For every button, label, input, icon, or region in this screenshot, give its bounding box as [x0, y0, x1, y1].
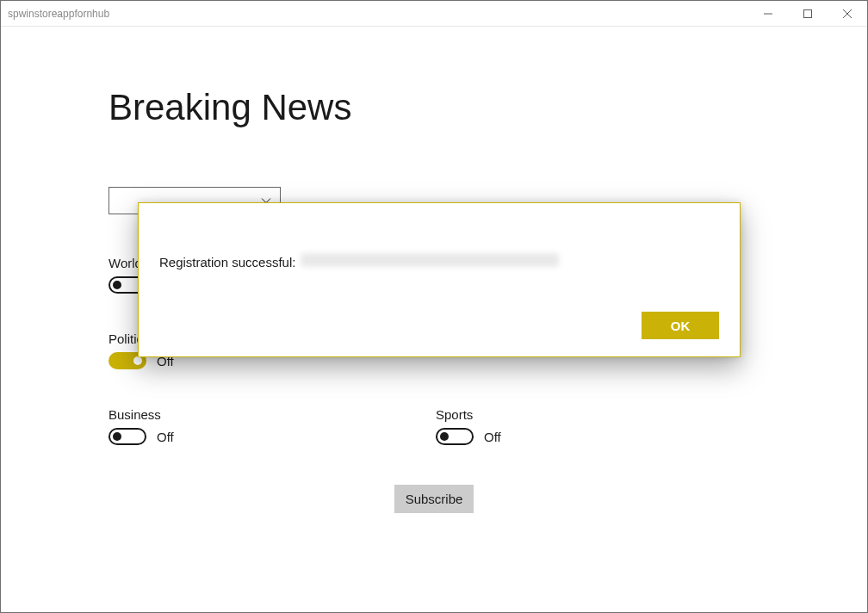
- page-title: Breaking News: [108, 87, 760, 128]
- dialog-redacted-value: [301, 253, 559, 267]
- svg-rect-1: [804, 9, 812, 17]
- registration-dialog: Registration successful: OK: [138, 202, 741, 357]
- toggle-label: Sports: [436, 407, 760, 422]
- dialog-text: Registration successful:: [159, 255, 295, 269]
- maximize-icon: [803, 9, 813, 19]
- minimize-icon: [763, 9, 773, 19]
- window-title: spwinstoreappfornhub: [8, 8, 109, 20]
- window-controls: [748, 1, 867, 26]
- toggle-state: Off: [157, 430, 174, 444]
- close-icon: [842, 9, 852, 19]
- ok-button[interactable]: OK: [642, 312, 719, 339]
- toggle-switch-business[interactable]: [108, 428, 146, 445]
- toggle-state: Off: [484, 430, 501, 444]
- toggle-business: Business Off: [108, 407, 436, 445]
- toggle-sports: Sports Off: [436, 407, 760, 445]
- maximize-button[interactable]: [788, 1, 828, 26]
- dialog-message: Registration successful:: [159, 253, 719, 269]
- titlebar: spwinstoreappfornhub: [1, 1, 867, 27]
- minimize-button[interactable]: [748, 1, 788, 26]
- close-button[interactable]: [828, 1, 867, 26]
- toggle-switch-sports[interactable]: [436, 428, 474, 445]
- toggle-label: Business: [108, 407, 436, 422]
- dialog-buttons: OK: [159, 312, 719, 339]
- subscribe-button[interactable]: Subscribe: [394, 485, 474, 513]
- subscribe-wrap: Subscribe: [108, 485, 760, 513]
